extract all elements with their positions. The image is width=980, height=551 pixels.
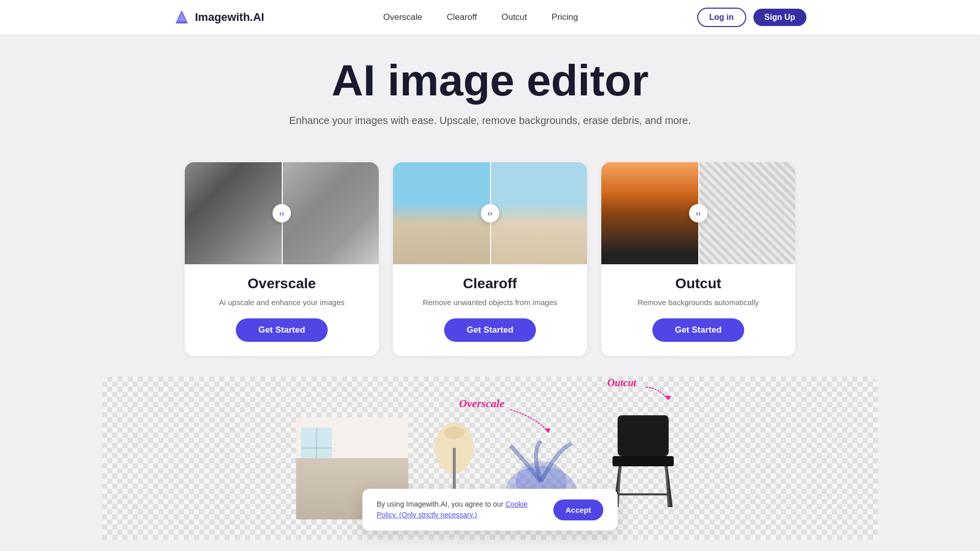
svg-rect-11 [335, 491, 338, 504]
card-desc-outcut: Remove backgrounds automatically [625, 297, 771, 309]
lion-before-img [185, 162, 282, 264]
slider-handle-3[interactable]: ‹› [689, 204, 707, 222]
person-after-img [698, 162, 795, 264]
card-desc-clearoff: Remove unwanted objects from images [410, 297, 569, 309]
svg-marker-26 [544, 429, 550, 433]
card-desc-overscale: Ai upscale and enhance your images [207, 297, 357, 309]
nav-links: Overscale Clearoff Outcut Pricing [383, 12, 578, 22]
login-button[interactable]: Log in [697, 8, 746, 27]
overscale-arrow [505, 407, 556, 438]
nav-overscale[interactable]: Overscale [383, 12, 423, 22]
logo-text: Imagewith.AI [195, 11, 264, 24]
outcut-label: Outcut [607, 377, 636, 389]
nav-clearoff[interactable]: Clearoff [447, 12, 477, 22]
cta-clearoff[interactable]: Get Started [444, 318, 536, 342]
accept-button[interactable]: Accept [553, 499, 603, 520]
card-clearoff: ‹› Clearoff Remove unwanted objects from… [393, 162, 587, 357]
cookie-message: By using Imagewith.AI, you agree to our [377, 500, 505, 508]
outcut-arrow [643, 385, 674, 405]
card-outcut: ‹› Outcut Remove backgrounds automatical… [601, 162, 795, 357]
person-before-img [601, 162, 698, 264]
logo-icon [174, 9, 190, 26]
card-title-outcut: Outcut [675, 276, 721, 292]
card-title-overscale: Overscale [248, 276, 316, 292]
nav-outcut[interactable]: Outcut [501, 12, 527, 22]
cookie-text: By using Imagewith.AI, you agree to our … [377, 499, 543, 520]
svg-rect-8 [355, 468, 360, 504]
cards-container: ‹› Overscale Ai upscale and enhance your… [0, 162, 980, 357]
lion-after-img [282, 162, 379, 264]
slider-handle[interactable]: ‹› [273, 204, 291, 222]
card-image-clearoff: ‹› [393, 162, 587, 264]
card-image-outcut: ‹› [601, 162, 795, 264]
card-image-overscale: ‹› [185, 162, 379, 264]
hero-subtitle: Enhance your images with ease. Upscale, … [0, 115, 980, 127]
hero-title: AI image editor [0, 56, 980, 105]
building-before-img [393, 162, 490, 264]
slider-handle-2[interactable]: ‹› [481, 204, 499, 222]
cta-overscale[interactable]: Get Started [236, 318, 328, 342]
card-overscale: ‹› Overscale Ai upscale and enhance your… [185, 162, 379, 357]
navbar: Imagewith.AI Overscale Clearoff Outcut P… [0, 0, 980, 35]
cookie-banner: By using Imagewith.AI, you agree to our … [362, 489, 618, 531]
cta-outcut[interactable]: Get Started [652, 318, 744, 342]
signup-button[interactable]: Sign Up [753, 9, 806, 26]
card-title-clearoff: Clearoff [463, 276, 517, 292]
building-after-img [490, 162, 587, 264]
logo[interactable]: Imagewith.AI [174, 9, 264, 26]
svg-rect-19 [612, 456, 674, 466]
svg-rect-18 [618, 415, 669, 456]
svg-point-10 [329, 499, 345, 509]
nav-actions: Log in Sign Up [697, 8, 806, 27]
overscale-label: Overscale [459, 397, 504, 410]
svg-point-13 [444, 427, 464, 439]
nav-pricing[interactable]: Pricing [552, 12, 578, 22]
